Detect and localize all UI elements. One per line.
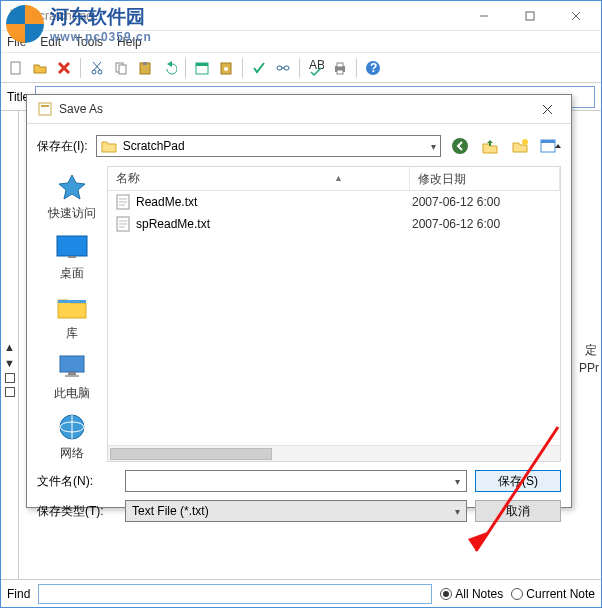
save-as-dialog: Save As 保存在(I): ScratchPad ▾ 快速访问 [26, 94, 572, 508]
svg-rect-27 [337, 70, 343, 74]
horizontal-scrollbar[interactable] [108, 445, 560, 461]
svg-rect-40 [58, 300, 86, 303]
svg-rect-0 [11, 10, 23, 22]
svg-rect-26 [337, 63, 343, 67]
new-icon[interactable] [5, 57, 27, 79]
svg-text:ABC: ABC [309, 60, 324, 72]
network-icon [55, 412, 89, 442]
svg-rect-18 [196, 63, 208, 66]
file-date: 2007-06-12 6:00 [412, 195, 552, 209]
column-date[interactable]: 修改日期 [410, 167, 560, 190]
cancel-button[interactable]: 取消 [475, 500, 561, 522]
filename-label: 文件名(N): [37, 473, 117, 490]
back-button[interactable] [449, 135, 471, 157]
file-name: ReadMe.txt [136, 195, 197, 209]
filter-current[interactable]: Current Note [511, 587, 595, 601]
menu-edit[interactable]: Edit [40, 35, 61, 49]
filename-row: 文件名(N): ▾ 保存(S) [37, 470, 561, 492]
menu-help[interactable]: Help [117, 35, 142, 49]
place-network[interactable]: 网络 [42, 412, 102, 462]
svg-rect-3 [526, 12, 534, 20]
svg-point-35 [522, 139, 528, 145]
svg-rect-38 [57, 236, 87, 256]
main-titlebar: ScratchPad [1, 1, 601, 31]
date-icon[interactable] [191, 57, 213, 79]
dialog-title: Save As [59, 102, 527, 116]
file-list: ▲ 名称 修改日期 ReadMe.txt 2007-06-12 6:00 spR… [107, 166, 561, 462]
column-name[interactable]: 名称 [108, 167, 410, 190]
link-icon[interactable] [272, 57, 294, 79]
minimize-button[interactable] [461, 1, 507, 31]
chevron-down-icon: ▾ [455, 506, 460, 517]
svg-rect-43 [65, 375, 79, 377]
svg-point-20 [224, 67, 228, 71]
filter-all[interactable]: All Notes [440, 587, 503, 601]
window-title: ScratchPad [31, 9, 461, 23]
file-row[interactable]: ReadMe.txt 2007-06-12 6:00 [108, 191, 560, 213]
svg-rect-42 [68, 372, 76, 375]
menu-tools[interactable]: Tools [75, 35, 103, 49]
sort-indicator-icon: ▲ [334, 173, 343, 183]
svg-rect-30 [39, 103, 51, 115]
file-rows[interactable]: ReadMe.txt 2007-06-12 6:00 spReadMe.txt … [108, 191, 560, 445]
copy-icon[interactable] [110, 57, 132, 79]
place-quick-access[interactable]: 快速访问 [42, 172, 102, 222]
folder-icon [101, 139, 117, 153]
text-fragment: 定 [585, 341, 597, 359]
folder-icon [55, 292, 89, 322]
dialog-icon [37, 101, 53, 117]
checkbox[interactable] [5, 387, 15, 397]
spellcheck-icon[interactable]: ABC [305, 57, 327, 79]
close-button[interactable] [553, 1, 599, 31]
find-input[interactable] [38, 584, 432, 604]
svg-rect-16 [143, 62, 147, 65]
view-menu-button[interactable] [539, 135, 561, 157]
desktop-icon [55, 232, 89, 262]
dialog-titlebar: Save As [27, 95, 571, 124]
text-fragment: PPr [579, 359, 599, 377]
svg-rect-41 [60, 356, 84, 372]
save-button[interactable]: 保存(S) [475, 470, 561, 492]
menu-file[interactable]: File [7, 35, 26, 49]
svg-rect-39 [68, 256, 76, 258]
app-icon [9, 8, 25, 24]
svg-text:?: ? [370, 61, 377, 75]
attach-icon[interactable] [215, 57, 237, 79]
place-libraries[interactable]: 库 [42, 292, 102, 342]
file-name: spReadMe.txt [136, 217, 210, 231]
radio-icon [511, 588, 523, 600]
open-icon[interactable] [29, 57, 51, 79]
location-combo[interactable]: ScratchPad ▾ [96, 135, 441, 157]
chevron-down-icon: ▾ [455, 476, 460, 487]
filetype-label: 保存类型(T): [37, 503, 117, 520]
toolbar-sep [185, 58, 186, 78]
delete-icon[interactable] [53, 57, 75, 79]
svg-rect-6 [11, 62, 20, 74]
file-row[interactable]: spReadMe.txt 2007-06-12 6:00 [108, 213, 560, 235]
location-row: 保存在(I): ScratchPad ▾ [37, 132, 561, 160]
check-icon[interactable] [248, 57, 270, 79]
place-this-pc[interactable]: 此电脑 [42, 352, 102, 402]
undo-icon[interactable] [158, 57, 180, 79]
filename-input[interactable]: ▾ [125, 470, 467, 492]
svg-line-11 [94, 62, 101, 70]
up-button[interactable] [479, 135, 501, 157]
print-icon[interactable] [329, 57, 351, 79]
toolbar-sep [356, 58, 357, 78]
paste-icon[interactable] [134, 57, 156, 79]
maximize-button[interactable] [507, 1, 553, 31]
dialog-close-button[interactable] [527, 95, 567, 123]
chevron-down-icon[interactable]: ▼ [4, 357, 15, 369]
place-desktop[interactable]: 桌面 [42, 232, 102, 282]
textfile-icon [116, 216, 130, 232]
svg-rect-31 [41, 105, 49, 107]
filetype-combo[interactable]: Text File (*.txt)▾ [125, 500, 467, 522]
svg-rect-14 [119, 65, 126, 74]
cut-icon[interactable] [86, 57, 108, 79]
help-icon[interactable]: ? [362, 57, 384, 79]
checkbox[interactable] [5, 373, 15, 383]
new-folder-button[interactable] [509, 135, 531, 157]
textfile-icon [116, 194, 130, 210]
chevron-up-icon[interactable]: ▲ [4, 341, 15, 353]
svg-point-9 [92, 70, 96, 74]
